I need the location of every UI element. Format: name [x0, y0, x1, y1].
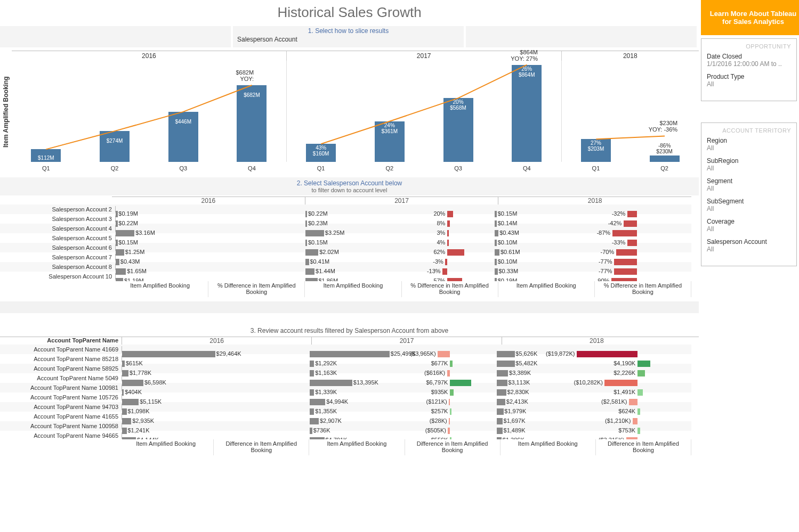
table-column-header: Difference in Item Amplified Booking: [214, 439, 309, 455]
filter-label: SubRegion: [707, 157, 791, 165]
account-row[interactable]: Account TopParent Name 41655$2,935K$2,90…: [0, 412, 691, 421]
salesperson-row[interactable]: Salesperson Account 3$0.22M$0.23M8%$0.14…: [0, 214, 691, 224]
account-name: Account TopParent Name 5049: [0, 375, 122, 381]
filter-value: All: [707, 205, 791, 212]
filter-label: Date Closed: [707, 53, 791, 60]
section2-title: 2. Select Salesperson Account below: [0, 179, 699, 187]
chart-quarter-label: Q3: [454, 165, 462, 171]
chart-quarter-label: Q1: [317, 165, 325, 171]
filter-value: 1/1/2016 12:00:00 AM to ..: [707, 60, 791, 68]
chart-end-label: $864M YOY: 27%: [511, 49, 538, 62]
slice-cell-left[interactable]: [0, 26, 231, 47]
section2-subtitle: to filter down to account level: [0, 187, 699, 193]
account-row[interactable]: Account TopParent Name 94665$4,144K$4,70…: [0, 431, 691, 439]
filter-value: All: [707, 80, 791, 88]
salesperson-row[interactable]: Salesperson Account 6$1.25M$2.02M62%$0.6…: [0, 243, 691, 252]
salesperson-scrollbar[interactable]: [692, 204, 699, 281]
table-year-header: 2017: [312, 337, 502, 345]
table-column-header: % Difference in Item Amplified Booking: [402, 281, 498, 297]
filter-value: All: [707, 185, 791, 192]
chart-quarter-label: Q1: [42, 165, 50, 171]
filter-value: All: [707, 225, 791, 233]
filter-field[interactable]: Salesperson AccountAll: [707, 238, 791, 253]
account-row[interactable]: Account TopParent Name 5049$6,598K$13,39…: [0, 373, 691, 383]
account-row[interactable]: Account TopParent Name 58925$1,778K$1,16…: [0, 364, 691, 373]
table-column-header: Item Amplified Booking: [498, 281, 595, 297]
chart-year-header: 2016: [12, 51, 287, 61]
filter-field[interactable]: SubRegionAll: [707, 157, 791, 172]
slice-cell-right[interactable]: [466, 26, 697, 47]
salesperson-row[interactable]: Salesperson Account 5$0.15M$0.15M4%$0.10…: [0, 233, 691, 243]
chart-y-axis-label: Item Amplified Booking: [0, 51, 12, 173]
filter-label: Segment: [707, 177, 791, 185]
filter-field[interactable]: CoverageAll: [707, 218, 791, 233]
chart-quarter-label: Q3: [179, 165, 187, 171]
salesperson-row[interactable]: Salesperson Account 4$3.16M$3.25M3%$0.43…: [0, 224, 691, 233]
account-table: Account TopParent Name 201620172018 Acco…: [0, 337, 699, 455]
filter-territory: ACCOUNT TERRITORY RegionAllSubRegionAllS…: [701, 122, 797, 266]
salesperson-table: 201620172018 Salesperson Account 2$0.19M…: [0, 197, 699, 297]
table-column-header: Difference in Item Amplified Booking: [405, 439, 501, 455]
account-row[interactable]: Account TopParent Name 100958$1,241K$736…: [0, 421, 691, 431]
salesperson-row[interactable]: Salesperson Account 7$0.43M$0.41M-3%$0.1…: [0, 252, 691, 262]
account-name: Account TopParent Name 100958: [0, 423, 122, 429]
account-name: Account TopParent Name 94665: [0, 432, 122, 439]
account-row[interactable]: Account TopParent Name 105726$5,115K$4,9…: [0, 392, 691, 402]
chart-quarter-label: Q4: [523, 165, 531, 171]
slice-selector-row: 1. Select how to slice results Salespers…: [0, 26, 699, 47]
filter-opportunity: OPPORTUNITY Date Closed1/1/2016 12:00:00…: [701, 38, 797, 101]
table-year-header: 2018: [502, 337, 691, 345]
cta-button[interactable]: Learn More About Tableau for Sales Analy…: [701, 0, 799, 35]
filter-label: Coverage: [707, 218, 791, 225]
table-year-header: 2018: [498, 197, 691, 204]
salesperson-name: Salesperson Account 2: [0, 206, 116, 212]
salesperson-name: Salesperson Account 4: [0, 225, 116, 232]
salesperson-row[interactable]: Salesperson Account 8$1.65M$1.44M-13%$0.…: [0, 262, 691, 272]
salesperson-name: Salesperson Account 8: [0, 264, 116, 270]
section2-header: 2. Select Salesperson Account below to f…: [0, 177, 699, 195]
table-column-header: % Difference in Item Amplified Booking: [595, 281, 691, 297]
table-column-header: Item Amplified Booking: [501, 439, 596, 455]
account-name: Account TopParent Name 41655: [0, 413, 122, 420]
account-name: Account TopParent Name 58925: [0, 365, 122, 372]
chart-quarter-label: Q1: [592, 165, 600, 171]
bar-line-chart[interactable]: 201620172018 $112MQ1$274MQ2$446MQ3$682MQ…: [12, 51, 699, 173]
slice-instruction: 1. Select how to slice results: [308, 27, 389, 35]
table-column-header: Item Amplified Booking: [112, 281, 208, 297]
slice-value: Salesperson Account: [237, 36, 297, 43]
chart-year-header: 2018: [562, 51, 699, 61]
salesperson-name: Salesperson Account 6: [0, 244, 116, 251]
account-scrollbar[interactable]: [692, 345, 699, 439]
account-name: Account TopParent Name 105726: [0, 394, 122, 400]
salesperson-name: Salesperson Account 10: [0, 273, 116, 280]
table-column-header: Difference in Item Amplified Booking: [596, 439, 691, 455]
salesperson-name: Salesperson Account 3: [0, 216, 116, 222]
filter-field[interactable]: Product TypeAll: [707, 73, 791, 88]
filter-field[interactable]: RegionAll: [707, 137, 791, 152]
table-column-header: Item Amplified Booking: [309, 439, 405, 455]
filter-value: All: [707, 245, 791, 253]
chart-end-label: $230M YOY: -36%: [649, 120, 677, 133]
table-year-header: 2016: [112, 197, 305, 204]
filter-value: All: [707, 165, 791, 172]
account-row[interactable]: Account TopParent Name 41669$29,464K$25,…: [0, 345, 691, 354]
account-name-header: Account TopParent Name: [0, 337, 122, 345]
account-name: Account TopParent Name 94703: [0, 404, 122, 410]
salesperson-row[interactable]: Salesperson Account 10$1.19M$1.86M57%$0.…: [0, 272, 691, 281]
filter-label: Product Type: [707, 73, 791, 80]
filter-label: SubSegment: [707, 198, 791, 205]
filter-field[interactable]: SubSegmentAll: [707, 198, 791, 212]
table-year-header: 2016: [122, 337, 312, 345]
chart-quarter-label: Q2: [111, 165, 119, 171]
table-column-header: Item Amplified Booking: [118, 439, 214, 455]
chart-quarter-label: Q4: [248, 165, 256, 171]
salesperson-name: Salesperson Account 7: [0, 254, 116, 260]
filter-field[interactable]: Date Closed1/1/2016 12:00:00 AM to ..: [707, 53, 791, 68]
page-title: Historical Sales Growth: [0, 0, 699, 25]
filter-field[interactable]: SegmentAll: [707, 177, 791, 192]
filter-label: Region: [707, 137, 791, 144]
salesperson-row[interactable]: Salesperson Account 2$0.19M$0.22M20%$0.1…: [0, 204, 691, 214]
account-name: Account TopParent Name 85218: [0, 356, 122, 362]
chart-quarter-label: Q2: [385, 165, 393, 171]
slice-cell-center[interactable]: 1. Select how to slice results Salespers…: [233, 26, 464, 47]
